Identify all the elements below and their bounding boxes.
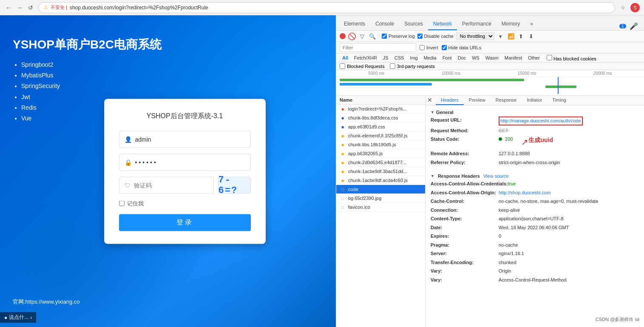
address-bar[interactable]: ⚠ 不安全 | shop.duoceshi.com/login?redirect… bbox=[38, 2, 615, 13]
throttle-dropdown-icon[interactable]: ▾ bbox=[497, 32, 505, 40]
details-tab-timing[interactable]: Timing bbox=[547, 96, 571, 105]
vary-val-2: Access-Control-Request-Method bbox=[499, 276, 567, 284]
webpage-title: YSHOP单商户B2C电商系统 bbox=[13, 37, 162, 53]
type-doc[interactable]: Doc bbox=[455, 54, 469, 61]
bookmark-icon[interactable]: ☆ bbox=[618, 3, 627, 12]
timeline-label-5000: 5000 ms bbox=[368, 71, 384, 76]
url-box: http://manage.duoceshi.com/auth/code bbox=[499, 117, 583, 125]
referrer-policy-value: strict-origin-when-cross-origin bbox=[499, 159, 560, 166]
type-img[interactable]: Img bbox=[407, 54, 420, 61]
file-name-chunk-1acbe-1: chunk-1acbe9df.3bac51dd... bbox=[348, 169, 422, 174]
tab-more[interactable]: » bbox=[525, 18, 538, 30]
tab-elements[interactable]: Elements bbox=[339, 18, 370, 30]
remember-checkbox[interactable] bbox=[119, 201, 125, 206]
file-item-code[interactable]: □ code bbox=[336, 185, 425, 194]
type-ws[interactable]: WS bbox=[469, 54, 482, 61]
clear-button[interactable]: 🚫 bbox=[348, 32, 356, 40]
file-name-chunk-2d0d: chunk-2d0d6345.e4d1877... bbox=[348, 160, 422, 165]
type-wasm[interactable]: Wasm bbox=[483, 54, 501, 61]
timeline-bars bbox=[336, 77, 644, 94]
expires-val: 0 bbox=[499, 233, 501, 240]
network-icon[interactable]: 📶 bbox=[507, 32, 515, 40]
type-font[interactable]: Font bbox=[440, 54, 454, 61]
file-item-bg-jpg[interactable]: □ bg.65cf2390.jpg bbox=[336, 194, 425, 203]
details-tab-response[interactable]: Response bbox=[491, 96, 522, 105]
connection-row: Connection: keep-alive bbox=[431, 206, 639, 215]
file-item-favicon[interactable]: □ favicon.ico bbox=[336, 203, 425, 212]
css-icon-2: ■ bbox=[340, 124, 346, 130]
type-fetch-xhr[interactable]: Fetch/XHR bbox=[352, 54, 380, 61]
hide-data-urls-checkbox[interactable] bbox=[442, 45, 447, 50]
webpage-panel: YSHOP单商户B2C电商系统 Springboot2 MybatisPlus … bbox=[0, 15, 336, 327]
login-modal: YSHOP后台管理系统-3.1 👤 🔒 🛡 7-6=? 记住我 登录 bbox=[104, 99, 266, 244]
preserve-log-checkbox[interactable] bbox=[382, 34, 387, 39]
third-party-requests-row: 3rd-party requests bbox=[390, 63, 435, 69]
type-js[interactable]: JS bbox=[380, 54, 391, 61]
details-tab-headers[interactable]: Headers bbox=[436, 96, 464, 105]
file-item-chunk-elementui[interactable]: ■ chunk-elementUI.1f25c85f.js bbox=[336, 131, 425, 140]
throttle-select[interactable]: No throttling bbox=[456, 32, 494, 40]
blocked-requests-checkbox[interactable] bbox=[340, 63, 345, 69]
file-item-app-js[interactable]: ■ app.b6382065.js bbox=[336, 149, 425, 158]
password-input[interactable] bbox=[135, 159, 245, 165]
microphone-icon[interactable]: 🎤 bbox=[630, 22, 638, 30]
filter-input[interactable] bbox=[340, 43, 416, 52]
filter-button[interactable]: ▽ bbox=[358, 32, 366, 40]
captcha-field[interactable]: 🛡 bbox=[119, 176, 214, 193]
forward-button[interactable]: → bbox=[15, 3, 24, 12]
file-item-chunk-1acbe-2[interactable]: ■ chunk-1acbe9df.acda4c60.js bbox=[336, 176, 425, 185]
back-button[interactable]: ← bbox=[4, 3, 13, 12]
html-icon: ■ bbox=[340, 106, 346, 112]
expires-key: Expires: bbox=[431, 233, 499, 240]
invert-checkbox[interactable] bbox=[420, 45, 425, 50]
cache-control-key: Cache-Control: bbox=[431, 198, 499, 205]
username-input[interactable] bbox=[135, 136, 245, 142]
details-tab-preview[interactable]: Preview bbox=[464, 96, 491, 105]
profile-icon[interactable]: S bbox=[630, 3, 640, 12]
file-item-chunk-libs-js[interactable]: ■ chunk-libs.18b190d5.js bbox=[336, 140, 425, 149]
webpage-official: 官网:https://www.yixiang.co bbox=[13, 298, 80, 306]
download-icon[interactable]: ⬇ bbox=[528, 32, 535, 40]
tab-console[interactable]: Console bbox=[370, 18, 399, 30]
details-tab-initiator[interactable]: Initiator bbox=[522, 96, 547, 105]
disable-cache-checkbox[interactable] bbox=[417, 34, 423, 39]
captcha-input[interactable] bbox=[134, 182, 208, 188]
file-item-login[interactable]: ■ login?redirect=%2Fshop%... bbox=[336, 105, 425, 114]
search-button[interactable]: 🔍 bbox=[369, 32, 376, 40]
view-source-link[interactable]: View source bbox=[483, 173, 509, 179]
type-css[interactable]: CSS bbox=[392, 54, 407, 61]
login-button[interactable]: 登录 bbox=[119, 214, 251, 231]
type-all[interactable]: All bbox=[340, 54, 351, 61]
file-item-app-css[interactable]: ■ app.e63f01d9.css bbox=[336, 122, 425, 131]
content-type-val: application/json;charset=UTF-8 bbox=[499, 215, 564, 222]
file-name-login: login?redirect=%2Fshop%... bbox=[348, 106, 422, 111]
timeline: 5000 ms 10000 ms 15000 ms 20000 ms bbox=[336, 70, 644, 96]
upload-icon[interactable]: ⬆ bbox=[517, 32, 525, 40]
response-headers-title: Response Headers View source bbox=[431, 172, 639, 179]
has-blocked-cookies-checkbox[interactable] bbox=[547, 55, 552, 60]
timeline-bar-green bbox=[340, 79, 524, 81]
expires-row: Expires: 0 bbox=[431, 232, 639, 241]
transfer-encoding-key: Transfer-Encoding: bbox=[431, 259, 499, 266]
tab-performance[interactable]: Performance bbox=[457, 18, 496, 30]
timeline-labels: 5000 ms 10000 ms 15000 ms 20000 ms bbox=[336, 70, 644, 77]
tab-network[interactable]: Network bbox=[428, 18, 457, 30]
file-item-chunk-libs-css[interactable]: ■ chunk-libs.8df3deca.css bbox=[336, 114, 425, 122]
record-button[interactable] bbox=[340, 33, 346, 39]
file-item-chunk-1acbe-1[interactable]: ■ chunk-1acbe9df.3bac51dd... bbox=[336, 167, 425, 176]
type-manifest[interactable]: Manifest bbox=[502, 54, 525, 61]
tab-memory[interactable]: Memory bbox=[496, 18, 525, 30]
tab-sources[interactable]: Sources bbox=[399, 18, 428, 30]
username-field[interactable]: 👤 bbox=[119, 131, 251, 148]
third-party-requests-checkbox[interactable] bbox=[390, 63, 395, 69]
close-details-button[interactable]: ✕ bbox=[426, 96, 434, 104]
request-method-row: Request Method: GET bbox=[431, 126, 639, 135]
file-item-chunk-2d0d[interactable]: ■ chunk-2d0d6345.e4d1877... bbox=[336, 158, 425, 167]
type-media[interactable]: Media bbox=[421, 54, 439, 61]
captcha-image[interactable]: 7-6=? bbox=[218, 176, 251, 193]
type-other[interactable]: Other bbox=[525, 54, 542, 61]
status-code-value: 200 bbox=[499, 136, 513, 148]
invert-label: Invert bbox=[426, 45, 438, 50]
password-field[interactable]: 🔒 bbox=[119, 154, 251, 171]
refresh-button[interactable]: ↺ bbox=[26, 3, 35, 12]
